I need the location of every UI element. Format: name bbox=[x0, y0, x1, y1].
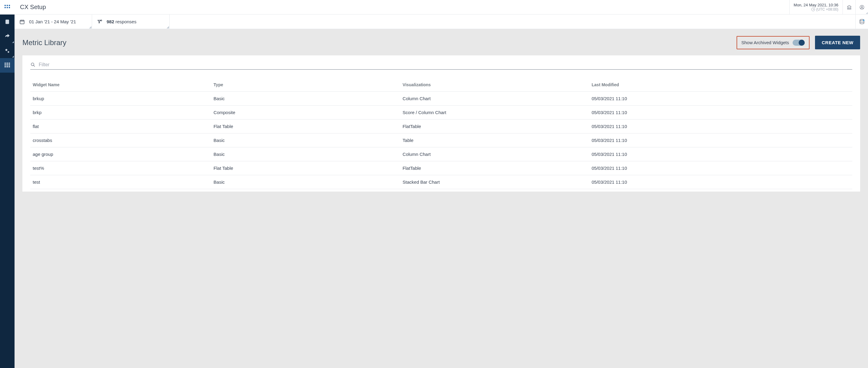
grid-icon bbox=[4, 4, 10, 10]
data-source-button[interactable] bbox=[855, 14, 868, 29]
svg-point-8 bbox=[8, 52, 9, 53]
responses-selector[interactable]: 982 responses bbox=[92, 14, 169, 29]
org-button[interactable] bbox=[842, 0, 855, 14]
cell-viz: Table bbox=[400, 133, 589, 147]
bank-icon bbox=[846, 4, 852, 10]
cell-modified: 05/03/2021 11:10 bbox=[589, 106, 852, 120]
sidebar-item-survey[interactable] bbox=[0, 14, 14, 29]
cell-name: crosstabs bbox=[30, 133, 211, 147]
metrics-icon bbox=[4, 63, 10, 68]
svg-rect-0 bbox=[4, 5, 6, 6]
profile-button[interactable] bbox=[855, 0, 868, 14]
svg-rect-2 bbox=[9, 5, 10, 6]
cell-modified: 05/03/2021 11:10 bbox=[589, 147, 852, 161]
table-row[interactable]: brkpCompositeScore / Column Chart05/03/2… bbox=[30, 106, 852, 120]
sidebar-item-metrics[interactable] bbox=[0, 58, 14, 73]
cell-type: Basic bbox=[211, 92, 400, 106]
cell-name: age group bbox=[30, 147, 211, 161]
section-title: Metric Library bbox=[23, 38, 731, 47]
content-area: Metric Library Show Archived Widgets CRE… bbox=[14, 29, 868, 368]
cell-type: Basic bbox=[211, 133, 400, 147]
svg-rect-15 bbox=[4, 66, 6, 67]
svg-rect-17 bbox=[9, 66, 10, 67]
cell-viz: Score / Column Chart bbox=[400, 106, 589, 120]
svg-rect-13 bbox=[7, 64, 8, 65]
table-row[interactable]: testBasicStacked Bar Chart05/03/2021 11:… bbox=[30, 175, 852, 189]
svg-point-21 bbox=[100, 20, 102, 21]
svg-rect-1 bbox=[7, 5, 8, 6]
cell-type: Basic bbox=[211, 147, 400, 161]
main-area: CX Setup Mon, 24 May 2021, 10:36 (UTC +0… bbox=[14, 0, 868, 368]
svg-rect-12 bbox=[4, 64, 6, 65]
date-range-text: 01 Jan '21 - 24 May '21 bbox=[29, 19, 76, 24]
svg-rect-14 bbox=[9, 64, 10, 65]
user-circle-icon bbox=[859, 4, 865, 10]
svg-rect-20 bbox=[20, 20, 24, 24]
table-filter-row bbox=[30, 62, 852, 70]
responses-label: responses bbox=[115, 19, 136, 24]
svg-rect-11 bbox=[9, 63, 10, 64]
cell-name: flat bbox=[30, 120, 211, 133]
col-header-viz[interactable]: Visualizations bbox=[400, 78, 589, 92]
datetime-text: Mon, 24 May 2021, 10:36 bbox=[794, 3, 838, 7]
col-header-type[interactable]: Type bbox=[211, 78, 400, 92]
database-icon bbox=[859, 19, 865, 25]
left-sidebar bbox=[0, 0, 14, 368]
create-new-button[interactable]: CREATE NEW bbox=[815, 36, 860, 49]
table-row[interactable]: brkupBasicColumn Chart05/03/2021 11:10 bbox=[30, 92, 852, 106]
table-row[interactable]: age groupBasicColumn Chart05/03/2021 11:… bbox=[30, 147, 852, 161]
cell-type: Flat Table bbox=[211, 161, 400, 175]
widgets-table: Widget Name Type Visualizations Last Mod… bbox=[30, 78, 852, 189]
cell-type: Basic bbox=[211, 175, 400, 189]
clock-icon bbox=[811, 7, 815, 11]
cell-viz: Column Chart bbox=[400, 92, 589, 106]
cell-viz: Stacked Bar Chart bbox=[400, 175, 589, 189]
cell-viz: FlatTable bbox=[400, 161, 589, 175]
svg-rect-9 bbox=[4, 63, 6, 64]
show-archived-toggle[interactable] bbox=[793, 40, 805, 46]
cell-type: Flat Table bbox=[211, 120, 400, 133]
funnel-icon bbox=[97, 19, 102, 25]
col-header-modified[interactable]: Last Modified bbox=[589, 78, 852, 92]
cell-viz: Column Chart bbox=[400, 147, 589, 161]
svg-point-19 bbox=[861, 6, 863, 7]
svg-rect-10 bbox=[7, 63, 8, 64]
widget-table-card: Widget Name Type Visualizations Last Mod… bbox=[23, 55, 860, 192]
cell-modified: 05/03/2021 11:10 bbox=[589, 175, 852, 189]
svg-rect-16 bbox=[7, 66, 8, 67]
cell-type: Composite bbox=[211, 106, 400, 120]
header-bar: CX Setup Mon, 24 May 2021, 10:36 (UTC +0… bbox=[14, 0, 868, 14]
table-row[interactable]: crosstabsBasicTable05/03/2021 11:10 bbox=[30, 133, 852, 147]
svg-point-24 bbox=[31, 63, 34, 66]
svg-rect-4 bbox=[7, 7, 8, 8]
datetime-block: Mon, 24 May 2021, 10:36 (UTC +08:00) bbox=[789, 0, 842, 14]
table-filter-input[interactable] bbox=[39, 62, 852, 67]
cell-name: brkup bbox=[30, 92, 211, 106]
page-title: CX Setup bbox=[14, 0, 789, 14]
show-archived-toggle-wrap: Show Archived Widgets bbox=[737, 36, 810, 49]
cell-modified: 05/03/2021 11:10 bbox=[589, 92, 852, 106]
svg-rect-3 bbox=[4, 7, 6, 8]
table-row[interactable]: test%Flat TableFlatTable05/03/2021 11:10 bbox=[30, 161, 852, 175]
sidebar-item-settings[interactable] bbox=[0, 43, 14, 58]
cell-name: test bbox=[30, 175, 211, 189]
sidebar-item-share[interactable] bbox=[0, 29, 14, 43]
cell-name: brkp bbox=[30, 106, 211, 120]
responses-count: 982 bbox=[106, 19, 114, 24]
cell-modified: 05/03/2021 11:10 bbox=[589, 133, 852, 147]
search-icon bbox=[30, 62, 36, 67]
filter-bar: 01 Jan '21 - 24 May '21 982 responses bbox=[14, 14, 868, 29]
col-header-name[interactable]: Widget Name bbox=[30, 78, 211, 92]
share-arrow-icon bbox=[4, 34, 10, 39]
svg-point-23 bbox=[863, 20, 864, 21]
gears-icon bbox=[4, 48, 10, 54]
clipboard-check-icon bbox=[4, 19, 10, 25]
timezone-text: (UTC +08:00) bbox=[811, 7, 838, 11]
cell-name: test% bbox=[30, 161, 211, 175]
cell-viz: FlatTable bbox=[400, 120, 589, 133]
table-row[interactable]: flatFlat TableFlatTable05/03/2021 11:10 bbox=[30, 120, 852, 133]
app-switcher-button[interactable] bbox=[0, 0, 14, 14]
date-range-selector[interactable]: 01 Jan '21 - 24 May '21 bbox=[14, 14, 92, 29]
cell-modified: 05/03/2021 11:10 bbox=[589, 161, 852, 175]
show-archived-label: Show Archived Widgets bbox=[741, 40, 789, 45]
